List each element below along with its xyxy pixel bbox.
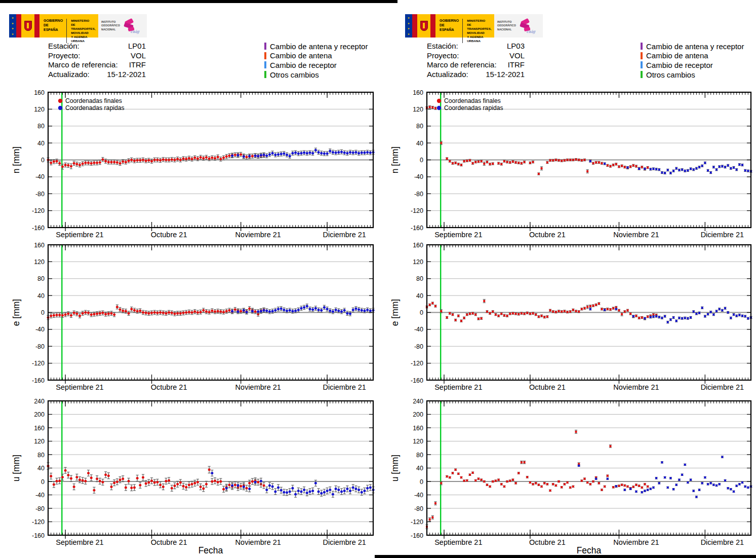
y-tick-label: 120 <box>34 438 45 445</box>
data-point <box>349 313 351 315</box>
data-point <box>205 483 208 486</box>
data-point <box>489 163 491 165</box>
data-point <box>578 465 580 467</box>
data-point <box>632 315 634 317</box>
data-point <box>354 307 357 310</box>
data-point <box>578 159 580 161</box>
data-point <box>343 309 346 312</box>
logo-gobierno-line1: GOBIERNO <box>44 19 63 23</box>
data-point <box>500 313 502 315</box>
cnig-text: cnig <box>527 29 535 34</box>
data-point <box>254 310 257 313</box>
data-point <box>572 159 574 161</box>
info-label: Estación: <box>48 42 79 51</box>
data-point <box>340 310 343 313</box>
data-point <box>297 152 300 155</box>
data-point <box>719 308 721 310</box>
info-label: Marco de referencia: <box>427 60 497 70</box>
data-point <box>87 312 90 314</box>
data-point <box>736 169 738 171</box>
data-point <box>495 314 497 316</box>
data-point <box>337 489 340 491</box>
data-point <box>567 159 569 161</box>
rapidas-legend-dot <box>437 106 441 110</box>
data-point <box>658 169 660 171</box>
data-point <box>196 481 199 483</box>
data-point <box>50 315 52 317</box>
data-point <box>457 315 459 317</box>
data-point <box>205 310 208 313</box>
data-point <box>667 169 669 171</box>
data-point <box>185 486 187 489</box>
series-legend-label: Coordenadas rapidas <box>65 104 125 111</box>
data-point <box>538 484 540 486</box>
data-point <box>274 154 276 156</box>
data-point <box>595 162 597 164</box>
data-point <box>486 484 488 486</box>
data-point <box>472 162 474 164</box>
data-point <box>357 489 360 491</box>
month-label: Noviembre 21 <box>613 538 659 546</box>
data-point <box>621 313 623 315</box>
data-point <box>142 159 144 161</box>
data-point <box>217 481 219 483</box>
data-point <box>440 482 442 484</box>
data-point <box>56 160 58 163</box>
y-tick-label: -80 <box>414 343 423 350</box>
eu-flag-icon: ★★★★ <box>405 14 412 38</box>
data-point <box>690 168 692 170</box>
subplot-u-lp03: -160-120-80-4004080120160200240u [mm]Sep… <box>390 398 752 556</box>
data-point <box>434 502 436 504</box>
data-point <box>179 481 182 483</box>
data-point <box>113 161 115 163</box>
data-point <box>240 153 242 156</box>
data-point <box>369 310 372 312</box>
rapidas-legend-dot <box>58 106 62 110</box>
data-point <box>61 165 64 168</box>
data-point <box>61 314 64 317</box>
data-point <box>644 317 646 319</box>
info-label: Actualizado: <box>427 70 468 80</box>
data-point <box>721 309 723 311</box>
y-tick-label: 120 <box>34 106 45 113</box>
month-label: Octubre 21 <box>529 231 566 239</box>
data-point <box>340 490 343 493</box>
data-point <box>271 152 274 155</box>
y-axis-title: n [mm] <box>390 146 400 173</box>
data-point <box>684 317 686 319</box>
data-point <box>78 164 81 166</box>
month-label: Octubre 21 <box>151 231 187 239</box>
data-point <box>541 315 543 317</box>
info-row: Actualizado:15-12-2021 <box>48 70 146 80</box>
data-point <box>515 313 517 315</box>
data-point <box>503 160 505 162</box>
data-point <box>455 162 457 164</box>
data-point <box>509 313 511 315</box>
data-point <box>607 308 609 310</box>
logo-gobierno-line2: DE ESPAÑA <box>440 23 459 32</box>
data-point <box>214 310 216 313</box>
data-point <box>698 312 700 314</box>
info-row: Proyecto:VOL <box>427 51 525 61</box>
data-point <box>90 313 93 316</box>
data-point <box>672 488 674 490</box>
data-point <box>208 157 211 160</box>
data-point <box>283 309 285 311</box>
data-point <box>498 315 500 317</box>
series-legend-label: Coordenadas finales <box>65 97 122 104</box>
data-point <box>265 310 268 312</box>
data-point <box>366 309 369 311</box>
data-point <box>721 456 723 458</box>
spain-flag-icon <box>16 14 39 38</box>
data-point <box>343 490 346 492</box>
data-point <box>354 151 357 154</box>
month-label: Diciembre 21 <box>323 383 366 391</box>
data-point <box>449 160 451 162</box>
data-point <box>176 483 179 486</box>
month-label: Septiembre 21 <box>434 383 482 391</box>
data-point <box>655 477 657 479</box>
data-point <box>309 490 311 493</box>
y-tick-label: -40 <box>35 326 45 333</box>
data-point <box>82 479 84 482</box>
data-point <box>260 154 262 157</box>
